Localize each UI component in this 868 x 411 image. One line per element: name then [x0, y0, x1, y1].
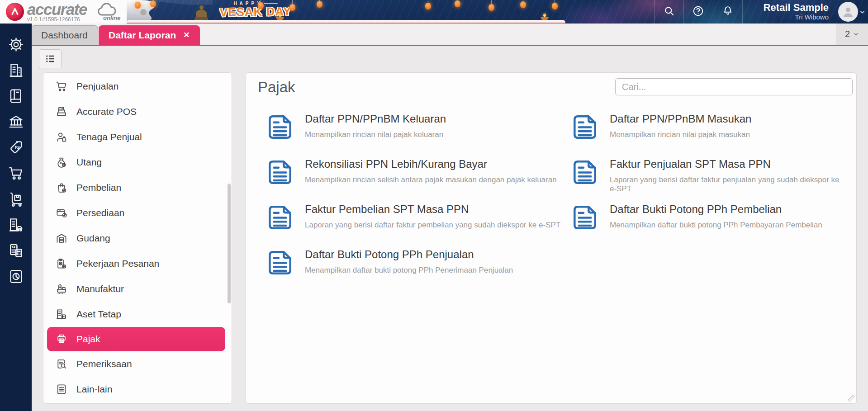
report-item[interactable]: Daftar Bukti Potong PPh Penjualan Menamp…	[265, 248, 570, 293]
close-icon[interactable]: ✕	[183, 31, 190, 39]
report-item[interactable]: Daftar PPN/PPnBM Masukan Menampilkan rin…	[570, 112, 847, 157]
report-item[interactable]: Rekonsiliasi PPN Lebih/Kurang Bayar Mena…	[265, 157, 570, 203]
report-document-icon	[265, 203, 295, 234]
menu-item-persediaan[interactable]: Persediaan	[43, 200, 232, 226]
svg-text:Rp: Rp	[14, 145, 20, 150]
resize-grip[interactable]	[848, 395, 855, 402]
rail-item-sales-cart[interactable]	[4, 161, 28, 186]
report-description: Menampilkan rincian nilai pajak masukan	[610, 130, 751, 139]
menu-item-pembelian[interactable]: Pembelian	[43, 175, 232, 200]
account-info[interactable]: Retail Sample Tri Wibowo	[764, 2, 829, 21]
top-bar: HAPPY VESAK DAY accurate online v1.0.1#1…	[0, 0, 868, 24]
report-chart-icon	[8, 268, 24, 285]
tab-daftar-laporan[interactable]: Daftar Laporan ✕	[99, 25, 200, 45]
document-lines-icon	[55, 383, 68, 396]
rail-item-fixed-asset-building[interactable]	[4, 212, 28, 238]
list-view-button[interactable]	[39, 49, 62, 68]
report-title: Daftar Bukti Potong PPh Pembelian	[610, 203, 822, 216]
shopping-bag-plus-icon	[55, 181, 68, 194]
notifications-bell-icon	[722, 5, 734, 19]
tab-count-dropdown[interactable]: 2	[836, 24, 868, 45]
purchase-trolley-icon	[8, 191, 24, 208]
svg-text:RP: RP	[63, 316, 66, 318]
menu-item-label: Persediaan	[76, 208, 124, 218]
brand-online-label: online	[103, 14, 120, 21]
report-text: Daftar Bukti Potong PPh Pembelian Menamp…	[610, 203, 822, 230]
settings-gear-icon	[8, 36, 24, 53]
menu-item-pekerjaan-pesanan[interactable]: Pekerjaan Pesanan	[43, 251, 232, 276]
rail-item-price-tag-rp[interactable]: Rp	[4, 135, 28, 161]
menu-item-label: Pajak	[76, 334, 100, 345]
menu-scrollbar[interactable]	[228, 184, 231, 303]
lantern-decoration	[258, 0, 264, 9]
inventory-box-icon	[55, 207, 68, 219]
user-name: Tri Wibowo	[764, 13, 829, 21]
report-document-icon	[570, 203, 600, 234]
lantern-decoration	[289, 0, 295, 11]
page-title: Pajak	[258, 79, 295, 96]
search-button[interactable]	[654, 0, 683, 24]
rail-item-company-building[interactable]	[4, 57, 28, 83]
rail-item-ledger-book[interactable]	[4, 83, 28, 109]
svg-text:TAX: TAX	[60, 339, 64, 341]
cash-register-icon	[55, 105, 68, 118]
report-item[interactable]: Faktur Pembelian SPT Masa PPN Laporan ya…	[265, 203, 570, 248]
menu-item-tenaga-penjual[interactable]: Tenaga Penjual	[43, 124, 232, 150]
menu-item-aset-tetap[interactable]: RPAset Tetap	[43, 302, 232, 327]
search-input[interactable]	[615, 78, 853, 95]
rail-item-report-chart[interactable]	[4, 264, 28, 289]
accurate-logo-icon[interactable]	[6, 3, 24, 21]
menu-item-accurate-pos[interactable]: Accurate POS	[43, 99, 232, 124]
menu-item-label: Tenaga Penjual	[76, 132, 142, 142]
report-document-icon	[265, 112, 295, 144]
report-item[interactable]: Faktur Penjualan SPT Masa PPN Laporan ya…	[570, 157, 847, 203]
avatar[interactable]	[838, 2, 858, 22]
chevron-down-icon[interactable]	[859, 9, 866, 17]
notifications-bell-button[interactable]	[713, 0, 742, 24]
report-description: Menampilkan rincian nilai pajak keluaran	[305, 130, 446, 139]
tab-dashboard[interactable]: Dashboard	[31, 25, 98, 45]
menu-item-lain-lain[interactable]: Lain-lain	[43, 377, 232, 402]
menu-item-gudang[interactable]: Gudang	[43, 226, 232, 251]
lantern-decoration	[425, 0, 431, 9]
menu-item-pemeriksaan[interactable]: Pemeriksaan	[43, 351, 232, 377]
report-title: Rekonsiliasi PPN Lebih/Kurang Bayar	[305, 158, 557, 170]
rail-item-settings-gear[interactable]	[4, 32, 28, 57]
report-text: Faktur Pembelian SPT Masa PPN Laporan ya…	[305, 203, 560, 230]
rail-item-purchase-trolley[interactable]	[4, 186, 28, 212]
report-title: Daftar Bukti Potong PPh Penjualan	[305, 248, 513, 261]
rail-item-bank[interactable]	[4, 109, 28, 135]
price-tag-rp-icon: Rp	[8, 139, 24, 156]
report-document-icon	[265, 248, 295, 279]
menu-item-label: Manufaktur	[76, 283, 124, 294]
report-item[interactable]: Daftar PPN/PPnBM Keluaran Menampilkan ri…	[265, 112, 570, 157]
report-category-list: PenjualanAccurate POSTenaga PenjualRpUta…	[43, 73, 232, 402]
report-item[interactable]: Daftar Bukti Potong PPh Pembelian Menamp…	[570, 203, 847, 248]
report-document-icon	[570, 112, 600, 144]
report-text: Daftar Bukti Potong PPh Penjualan Menamp…	[305, 248, 513, 275]
report-grid: Daftar PPN/PPnBM Keluaran Menampilkan ri…	[265, 112, 847, 293]
report-category-panel: PenjualanAccurate POSTenaga PenjualRpUta…	[43, 72, 232, 404]
help-button[interactable]	[683, 0, 713, 24]
gray-dot-decoration	[140, 9, 147, 15]
lantern-decoration	[135, 0, 141, 9]
menu-item-label: Utang	[76, 157, 102, 168]
menu-item-label: Lain-lain	[76, 384, 112, 395]
tab-label: Dashboard	[41, 30, 88, 41]
menu-item-utang[interactable]: RpUtang	[43, 150, 232, 175]
list-view-icon	[44, 53, 56, 65]
tab-label: Daftar Laporan	[109, 30, 176, 41]
cart-icon	[55, 80, 68, 93]
rail-item-tax-calculator[interactable]: TAX	[4, 238, 28, 264]
report-text: Rekonsiliasi PPN Lebih/Kurang Bayar Mena…	[305, 157, 557, 184]
lantern-decoration	[150, 0, 156, 7]
report-description: Menampilkan rincian selisih antara pajak…	[305, 175, 557, 184]
salesperson-icon	[55, 131, 68, 143]
menu-item-manufaktur[interactable]: Manufaktur	[43, 276, 232, 302]
menu-item-penjualan[interactable]: Penjualan	[43, 74, 232, 99]
lantern-decoration	[317, 0, 323, 8]
topbar-separator	[742, 0, 743, 24]
menu-item-pajak[interactable]: TAXPajak	[47, 327, 225, 351]
tax-printer-icon: TAX	[55, 333, 68, 345]
manufacture-icon	[55, 283, 68, 295]
